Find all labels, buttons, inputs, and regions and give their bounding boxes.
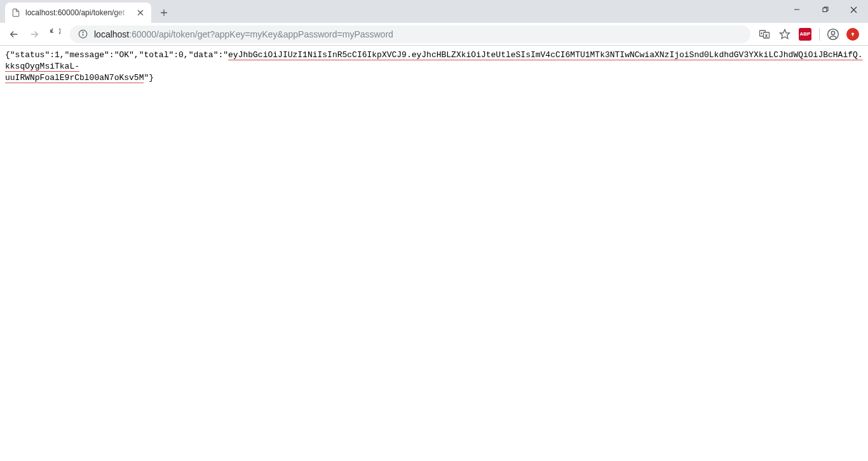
browser-tab[interactable]: localhost:60000/api/token/get xyxy=(5,3,151,23)
window-minimize-button[interactable] xyxy=(782,0,811,19)
svg-point-8 xyxy=(831,31,834,34)
url-text: localhost:60000/api/token/get?appKey=myK… xyxy=(94,29,393,39)
page-file-icon xyxy=(11,8,20,17)
adblock-extension-icon[interactable]: ABP xyxy=(797,27,813,42)
back-button[interactable] xyxy=(5,25,23,43)
new-tab-button[interactable] xyxy=(155,4,173,22)
address-bar[interactable]: localhost:60000/api/token/get?appKey=myK… xyxy=(70,25,750,43)
forward-button[interactable] xyxy=(25,25,43,43)
window-maximize-button[interactable] xyxy=(811,0,839,19)
reload-button[interactable] xyxy=(46,25,64,43)
page-content: {"status":1,"message":"OK","total":0,"da… xyxy=(0,46,868,88)
abp-badge: ABP xyxy=(799,28,811,41)
url-path: :60000/api/token/get?appKey=myKey&appPas… xyxy=(129,29,393,39)
svg-point-3 xyxy=(83,32,83,32)
svg-marker-6 xyxy=(780,29,790,38)
bookmark-star-icon[interactable] xyxy=(777,27,792,42)
json-response-prefix: {"status":1,"message":"OK","total":0,"da… xyxy=(5,50,228,60)
site-info-icon[interactable] xyxy=(78,29,88,39)
toolbar-separator xyxy=(819,28,820,41)
tab-title: localhost:60000/api/token/get xyxy=(25,8,131,17)
url-host: localhost xyxy=(94,29,129,39)
json-token-part2: uuIRWNpFoalE9rCbl00aN7oKsv5M xyxy=(5,73,144,83)
close-tab-icon[interactable] xyxy=(136,8,145,17)
profile-avatar-icon[interactable] xyxy=(826,27,840,41)
window-close-button[interactable] xyxy=(839,0,868,19)
translate-icon[interactable] xyxy=(757,27,772,42)
extension-red-icon[interactable] xyxy=(845,27,860,42)
json-response-suffix: "} xyxy=(144,73,154,83)
svg-rect-0 xyxy=(823,8,827,12)
